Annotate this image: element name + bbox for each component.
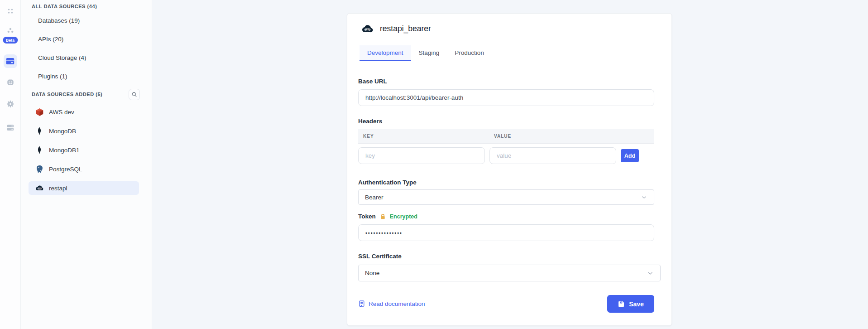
authentication-type-label: Authentication Type bbox=[358, 179, 654, 186]
datasource-label: restapi bbox=[49, 185, 67, 192]
sidebar-item-plugins[interactable]: Plugins (1) bbox=[21, 67, 152, 86]
ssl-certificate-value: None bbox=[365, 270, 379, 276]
sidebar-item-apis[interactable]: APIs (20) bbox=[21, 30, 152, 48]
beta-badge: Beta bbox=[3, 37, 18, 44]
datasource-sidebar: ALL DATA SOURCES (44) Databases (19) API… bbox=[21, 0, 152, 329]
datasource-label: MongoDB bbox=[49, 128, 76, 135]
added-sources-list: AWS dev MongoDB MongoDB1 bbox=[21, 105, 152, 195]
settings-gear-icon[interactable] bbox=[6, 100, 14, 108]
base-url-label: Base URL bbox=[358, 78, 654, 85]
config-form: Base URL Headers KEY VALUE Add Authentic… bbox=[347, 78, 671, 313]
datasources-rail-item[interactable] bbox=[4, 54, 17, 68]
ssl-certificate-select[interactable]: None bbox=[358, 265, 661, 281]
wallet-icon bbox=[5, 57, 15, 65]
category-list: Databases (19) APIs (20) Cloud Storage (… bbox=[21, 11, 152, 86]
read-documentation-label: Read documentation bbox=[369, 300, 425, 307]
rest-api-cloud-icon: REST bbox=[35, 184, 44, 193]
base-url-input[interactable] bbox=[358, 89, 654, 106]
mongodb-leaf-icon bbox=[35, 126, 44, 135]
tab-staging[interactable]: Staging bbox=[411, 45, 447, 61]
data-sources-added-header: DATA SOURCES ADDED (5) bbox=[32, 92, 102, 97]
page-title: restapi_bearer bbox=[380, 24, 431, 34]
datasource-label: AWS dev bbox=[49, 109, 74, 116]
headers-input-row: Add bbox=[358, 147, 654, 164]
search-datasources-button[interactable] bbox=[129, 89, 140, 100]
all-data-sources-header: ALL DATA SOURCES (44) bbox=[21, 0, 152, 9]
save-button[interactable]: Save bbox=[607, 295, 654, 313]
chevron-down-icon bbox=[641, 194, 647, 201]
datasource-label: MongoDB1 bbox=[49, 147, 80, 154]
chevron-down-icon bbox=[647, 270, 654, 277]
key-column-header: KEY bbox=[358, 134, 489, 139]
svg-text:REST: REST bbox=[38, 188, 41, 189]
token-label-row: Token Encrypted bbox=[358, 213, 654, 220]
datasource-label: PostgreSQL bbox=[49, 166, 82, 173]
add-header-button[interactable]: Add bbox=[621, 149, 639, 162]
server-stack-icon[interactable] bbox=[6, 123, 14, 132]
datasource-item-postgresql[interactable]: PostgreSQL bbox=[29, 162, 139, 176]
sidebar-item-cloud-storage[interactable]: Cloud Storage (4) bbox=[21, 48, 152, 67]
card-header: REST restapi_bearer bbox=[347, 14, 671, 34]
header-value-input[interactable] bbox=[489, 147, 616, 164]
svg-text:REST: REST bbox=[365, 29, 370, 31]
apps-grid-icon[interactable] bbox=[7, 8, 14, 15]
icon-rail: Beta bbox=[0, 0, 21, 329]
token-input[interactable] bbox=[358, 224, 654, 241]
token-label: Token bbox=[358, 213, 376, 220]
datasource-item-mongodb[interactable]: MongoDB bbox=[29, 124, 139, 138]
lock-icon bbox=[380, 213, 386, 220]
headers-label: Headers bbox=[358, 118, 654, 125]
app-root: { "rail": { "beta_label": "Beta" }, "sid… bbox=[0, 0, 868, 329]
read-documentation-link[interactable]: Read documentation bbox=[358, 300, 425, 308]
datasource-item-restapi[interactable]: REST restapi bbox=[29, 181, 139, 195]
tab-production[interactable]: Production bbox=[447, 45, 492, 61]
mongodb-leaf-icon bbox=[35, 145, 44, 155]
added-sources-header-row: DATA SOURCES ADDED (5) bbox=[21, 88, 152, 100]
sidebar-item-databases[interactable]: Databases (19) bbox=[21, 11, 152, 30]
save-floppy-icon bbox=[618, 300, 625, 308]
documentation-icon bbox=[358, 300, 365, 308]
rest-api-cloud-icon: REST bbox=[360, 24, 374, 34]
search-icon bbox=[131, 92, 137, 97]
datasource-config-card: REST restapi_bearer Development Staging … bbox=[347, 13, 672, 326]
entities-cluster-icon[interactable] bbox=[6, 27, 14, 35]
aws-icon bbox=[35, 107, 44, 116]
environment-tabs: Development Staging Production bbox=[347, 45, 671, 61]
save-button-label: Save bbox=[629, 300, 644, 308]
postgresql-elephant-icon bbox=[35, 164, 44, 174]
datasource-item-mongodb1[interactable]: MongoDB1 bbox=[29, 143, 139, 157]
headers-table-header: KEY VALUE bbox=[358, 129, 654, 144]
encrypted-badge: Encrypted bbox=[390, 213, 417, 220]
authentication-type-select[interactable]: Bearer bbox=[358, 189, 654, 205]
authentication-type-value: Bearer bbox=[365, 194, 384, 201]
value-column-header: VALUE bbox=[489, 134, 511, 139]
card-footer: Read documentation Save bbox=[358, 295, 654, 313]
ssl-certificate-label: SSL Certificate bbox=[358, 253, 654, 260]
header-key-input[interactable] bbox=[358, 147, 485, 164]
tab-development[interactable]: Development bbox=[360, 45, 411, 61]
bot-icon[interactable] bbox=[6, 78, 14, 87]
datasource-item-aws-dev[interactable]: AWS dev bbox=[29, 105, 139, 119]
